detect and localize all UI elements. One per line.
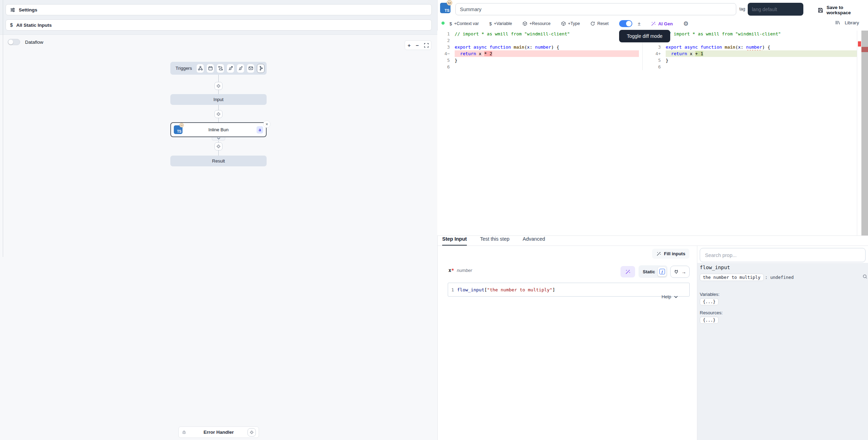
- code-line: 4− return x * 2: [439, 50, 639, 57]
- add-context-var-button[interactable]: $ +Context var: [449, 21, 479, 26]
- postgres-icon: [238, 66, 243, 71]
- tag-label: tag: [739, 7, 745, 11]
- flow-input-prop[interactable]: flow_input: [700, 265, 730, 270]
- websocket-trigger-button[interactable]: [227, 64, 234, 73]
- triggers-bar[interactable]: Triggers: [170, 62, 267, 75]
- add-variable-button[interactable]: $ +Variable: [489, 21, 512, 26]
- webhook-icon: [198, 66, 203, 71]
- diff-modified-pane[interactable]: 1// import * as wmill from "windmill-cli…: [642, 31, 857, 70]
- kafka-trigger-button[interactable]: [257, 64, 265, 73]
- input-mode-switch[interactable]: Static f: [639, 265, 667, 278]
- prop-value: : undefined: [765, 275, 794, 280]
- function-icon: f: [659, 269, 665, 274]
- add-resource-button[interactable]: +Resource: [522, 21, 551, 26]
- code-line: 5}: [439, 57, 639, 64]
- ai-gen-button[interactable]: AI Gen: [651, 21, 673, 26]
- input-node[interactable]: Input: [170, 94, 267, 105]
- diff-mode-toggle[interactable]: [619, 20, 632, 27]
- settings-button[interactable]: Settings: [6, 4, 432, 15]
- connect-input-button[interactable]: →: [670, 266, 690, 278]
- variables-label: Variables:: [700, 292, 720, 297]
- variables-chip[interactable]: {...}: [700, 298, 719, 305]
- canvas-zoom-controls: + −: [405, 40, 431, 50]
- diff-original-pane[interactable]: 1// import * as wmill from "windmill-cli…: [439, 31, 639, 70]
- email-icon: [248, 66, 253, 71]
- zoom-out-button[interactable]: −: [416, 42, 419, 48]
- prop-chip[interactable]: the number to multiply: [700, 274, 764, 281]
- wand-sparkles-icon: [656, 251, 661, 256]
- email-trigger-button[interactable]: [247, 64, 254, 73]
- error-handler-node[interactable]: Error Handler: [178, 426, 259, 438]
- left-drawer-edge: [3, 0, 3, 257]
- fit-view-button[interactable]: [424, 43, 429, 48]
- zoom-in-button[interactable]: +: [407, 42, 411, 48]
- save-to-workspace-button[interactable]: Save to workspace: [818, 5, 868, 15]
- insert-step-button[interactable]: [214, 82, 222, 90]
- all-static-inputs-button[interactable]: $ All Static Inputs: [6, 19, 432, 31]
- plus-icon: [250, 430, 254, 434]
- javascript-mode-button[interactable]: f: [658, 267, 666, 276]
- bun-icon: [447, 0, 452, 6]
- code-line: 1// import * as wmill from "windmill-cli…: [439, 31, 639, 37]
- search-prop-input[interactable]: [700, 248, 866, 262]
- add-type-button[interactable]: +Type: [561, 21, 580, 26]
- resources-label: Resources:: [700, 310, 723, 315]
- step-lang-logo: TS: [440, 3, 451, 13]
- code-line: 5}: [643, 57, 857, 64]
- typescript-icon: TS: [440, 3, 451, 13]
- wand-sparkles-icon: [625, 269, 631, 275]
- editor-scrollbar[interactable]: [861, 31, 868, 235]
- ai-fill-button[interactable]: [620, 266, 635, 277]
- prop-picker-panel: [697, 263, 868, 440]
- flow-editor-panel: Settings $ All Static Inputs Dataflow + …: [0, 0, 437, 440]
- webhook-trigger-button[interactable]: [196, 64, 204, 73]
- add-error-handler-button[interactable]: [248, 428, 256, 437]
- help-button[interactable]: Help: [662, 294, 678, 299]
- http-route-trigger-button[interactable]: [217, 64, 224, 73]
- required-mark: *: [451, 267, 454, 273]
- plus-icon: [216, 84, 221, 88]
- delete-step-button[interactable]: ×: [263, 121, 270, 128]
- prop-row: the number to multiply : undefined: [700, 274, 794, 281]
- fill-inputs-button[interactable]: Fill inputs: [652, 249, 689, 259]
- argument-row: x* number: [448, 267, 472, 273]
- editor-settings-button[interactable]: ⚙: [683, 20, 688, 27]
- tab-advanced[interactable]: Advanced: [523, 236, 545, 246]
- package-icon: [522, 21, 527, 26]
- library-button[interactable]: Library: [835, 20, 859, 25]
- summary-input[interactable]: [455, 3, 736, 15]
- editor-toolbar: $ +Context var $ +Variable +Resource +Ty…: [449, 17, 689, 30]
- step-node-inline-bun[interactable]: TS Inline Bun a: [170, 122, 267, 137]
- package-icon: [561, 21, 566, 26]
- schedule-trigger-button[interactable]: [206, 64, 214, 73]
- postgres-trigger-button[interactable]: [237, 64, 244, 73]
- plus-icon: [216, 144, 221, 149]
- code-line: 2: [439, 37, 639, 44]
- dataflow-label: Dataflow: [25, 40, 43, 45]
- code-line: 3export async function main(x: number) {: [643, 44, 857, 50]
- dollar-icon: $: [449, 21, 452, 26]
- tag-input[interactable]: [748, 3, 803, 16]
- save-label: Save to workspace: [827, 5, 868, 15]
- insert-step-button[interactable]: [214, 142, 222, 150]
- font-size-control[interactable]: ±: [638, 21, 641, 26]
- tab-test-this-step[interactable]: Test this step: [480, 236, 510, 246]
- divider: [437, 235, 868, 236]
- resources-chip[interactable]: {...}: [700, 317, 719, 324]
- error-handler-label: Error Handler: [179, 430, 259, 435]
- step-id-badge: a: [257, 126, 263, 133]
- tab-step-input[interactable]: Step Input: [442, 236, 467, 246]
- expression-editor[interactable]: 1 flow_input["the number to multiply"]: [448, 283, 690, 297]
- reset-button[interactable]: Reset: [590, 21, 609, 26]
- triggers-label: Triggers: [176, 66, 192, 71]
- code-diff-editor[interactable]: 1// import * as wmill from "windmill-cli…: [437, 31, 868, 235]
- dollar-icon: $: [489, 21, 492, 26]
- insert-step-button[interactable]: [214, 110, 222, 118]
- reset-icon: [590, 21, 595, 26]
- search-icon[interactable]: [862, 274, 868, 281]
- step-tabs: Step Input Test this step Advanced: [442, 236, 545, 246]
- close-icon: ×: [266, 122, 268, 127]
- static-mode-label: Static: [643, 269, 655, 274]
- dataflow-toggle[interactable]: [8, 39, 20, 45]
- result-node[interactable]: Result: [170, 156, 267, 166]
